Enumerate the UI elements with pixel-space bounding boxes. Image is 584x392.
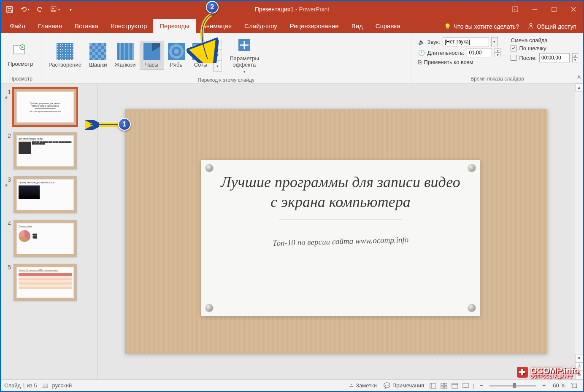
slide-counter[interactable]: Слайд 1 из 5 (4, 382, 37, 389)
tab-design[interactable]: Конструктор (105, 19, 154, 33)
slide-card: Лучшие программы для записи видео с экра… (201, 160, 480, 316)
tab-file[interactable]: Файл (3, 19, 32, 33)
transition-dissolve[interactable]: Растворение (45, 41, 85, 70)
spellcheck-icon[interactable]: 📖 (41, 382, 48, 389)
slideshow-view-icon[interactable] (460, 380, 471, 391)
share-button[interactable]: Общий доступ (527, 22, 576, 30)
svg-rect-10 (441, 383, 443, 385)
sorter-view-icon[interactable] (438, 380, 449, 391)
thumbnail-2[interactable]: Для записи видео из игр████████ ████████… (14, 132, 77, 169)
transition-honeycomb[interactable]: Соты (189, 41, 213, 70)
zoom-slider[interactable] (489, 385, 536, 387)
undo-icon[interactable]: ▾ (20, 5, 30, 14)
slide-subtitle[interactable]: Топ-10 по версии сайта www.ocomp.info (218, 234, 463, 249)
preview-button[interactable]: Просмотр (4, 40, 37, 69)
rivet-icon (468, 304, 476, 311)
sound-select[interactable] (443, 37, 489, 46)
svg-point-4 (530, 23, 532, 26)
scroll-down-icon[interactable]: ▼ (575, 354, 583, 362)
effect-options-icon (236, 37, 253, 54)
svg-rect-14 (452, 383, 458, 388)
scroll-up-icon[interactable]: ▲ (575, 83, 583, 92)
title-bar: ▾ ▾ ▾ Презентация1 - PowerPoint (1, 1, 583, 18)
gallery-down-icon[interactable]: ▼ (214, 50, 222, 61)
thumb-number: 4 (4, 220, 14, 227)
thumb-number: 2 (4, 132, 14, 139)
after-checkbox[interactable] (511, 55, 516, 61)
zoom-in-icon[interactable]: + (538, 380, 549, 391)
maximize-icon[interactable] (544, 1, 564, 18)
normal-view-icon[interactable] (427, 380, 438, 391)
gallery-up-icon[interactable]: ▲ (214, 39, 222, 50)
apply-to-all-button[interactable]: ⎘ Применить ко всем (418, 59, 501, 65)
minimize-icon[interactable] (525, 1, 544, 18)
tab-animations[interactable]: Анимация (196, 19, 238, 33)
tab-review[interactable]: Рецензирование (284, 19, 345, 33)
transition-blinds[interactable]: Жалюзи (111, 41, 140, 70)
annotation-badge-1: 1 (118, 118, 131, 131)
effect-options-button[interactable]: Параметры эффекта▾ (226, 35, 263, 76)
start-from-beginning-icon[interactable]: ▾ (51, 5, 60, 14)
qat-customize-icon[interactable]: ▾ (66, 5, 75, 14)
annotation-badge-2: 2 (206, 1, 219, 13)
ribbon-options-icon[interactable] (506, 1, 525, 18)
tab-slideshow[interactable]: Слайд-шоу (238, 19, 284, 33)
vertical-scrollbar[interactable]: ▲ ▼ ≜ ≛ (575, 83, 583, 379)
transition-star-icon: ★ (4, 183, 14, 188)
fit-to-window-icon[interactable] (569, 380, 580, 391)
transition-checkers[interactable]: Шашки (85, 41, 111, 70)
duration-up[interactable]: ▲ (495, 48, 500, 53)
rivet-icon (468, 164, 476, 172)
after-label: После: (519, 55, 537, 61)
slide-title[interactable]: Лучшие программы для записи видео с экра… (218, 172, 463, 212)
svg-rect-8 (430, 383, 436, 388)
slide-thumbnails: 1★ Лучшие программы для записивидео с эк… (1, 83, 98, 379)
zoom-out-icon[interactable]: − (476, 380, 487, 391)
duration-down[interactable]: ▼ (495, 53, 500, 57)
blinds-icon (117, 43, 134, 60)
tab-transitions[interactable]: Переходы (153, 19, 195, 33)
thumbnail-5[interactable]: Таблица 10+ программ по ЦП по критериям … (14, 264, 77, 301)
slide-editor[interactable]: Лучшие программы для записи видео с экра… (98, 83, 575, 379)
after-input[interactable] (539, 53, 570, 62)
transition-clock[interactable]: Часы (140, 41, 164, 70)
after-up[interactable]: ▲ (572, 53, 578, 58)
thumbnail-1[interactable]: Лучшие программы для записивидео с экран… (14, 89, 77, 126)
ribbon: Просмотр Просмотр Растворение Шашки Жалю… (1, 33, 583, 83)
group-preview: Просмотр (4, 75, 38, 83)
tab-home[interactable]: Главная (32, 19, 68, 33)
comments-button[interactable]: 💬Примечания (380, 380, 427, 391)
thumb-number: 3 (4, 176, 14, 183)
watermark-icon: ✚ (517, 367, 528, 378)
reading-view-icon[interactable] (449, 380, 460, 391)
ripple-icon (168, 43, 185, 60)
redo-icon[interactable] (35, 5, 45, 14)
comments-icon: 💬 (384, 382, 390, 389)
svg-rect-13 (444, 386, 447, 388)
duration-label: Длительность: (427, 50, 465, 56)
preview-icon (12, 42, 29, 59)
zoom-level[interactable]: 60 % (553, 382, 565, 389)
on-click-checkbox[interactable]: ✔ (511, 46, 516, 51)
transition-ripple[interactable]: Рябь (164, 41, 189, 70)
collapse-ribbon-icon[interactable]: ᐱ (577, 75, 581, 81)
clock-icon (143, 43, 160, 60)
svg-rect-17 (572, 384, 576, 387)
gallery-more-icon[interactable]: ▾ (214, 61, 222, 72)
duration-input[interactable] (467, 48, 492, 57)
tab-insert[interactable]: Вставка (68, 19, 105, 33)
tab-view[interactable]: Вид (345, 19, 369, 33)
save-icon[interactable] (5, 5, 14, 14)
svg-rect-0 (51, 7, 56, 11)
tab-help[interactable]: Справка (369, 19, 407, 33)
language-indicator[interactable]: русский (52, 382, 72, 389)
thumbnail-3[interactable]: Пример записи видео из BANDICAM (14, 176, 77, 213)
after-down[interactable]: ▼ (572, 58, 578, 62)
slide-canvas[interactable]: Лучшие программы для записи видео с экра… (125, 109, 547, 354)
tell-me-search[interactable]: 💡 Что вы хотите сделать? (444, 23, 519, 30)
checkers-icon (89, 43, 106, 60)
notes-button[interactable]: ≐Заметки (346, 380, 380, 391)
close-icon[interactable] (564, 1, 583, 18)
thumbnail-4[interactable]: Топ-программ■ ████■ ████■ ████ (14, 220, 77, 257)
thumb-number: 5 (4, 264, 14, 271)
